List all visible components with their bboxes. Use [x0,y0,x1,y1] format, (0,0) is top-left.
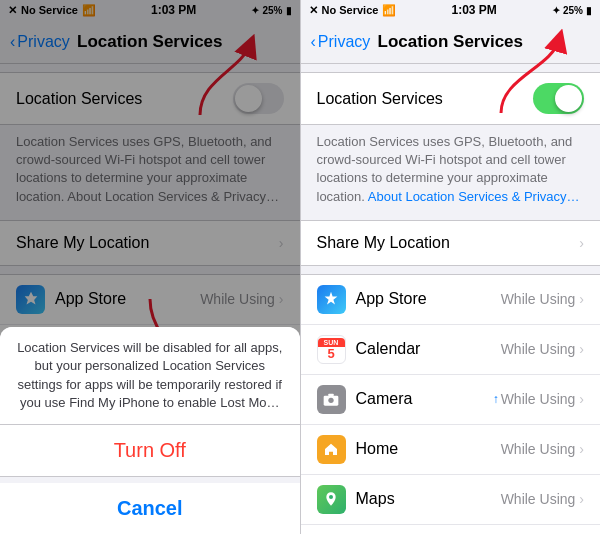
right-camera-icon [317,385,346,414]
right-nav-bar: ‹ Privacy Location Services [301,20,601,64]
svg-rect-2 [328,394,333,397]
right-page-title: Location Services [377,32,523,52]
right-wifi-icon: 📶 [382,4,396,17]
left-overlay: Location Services will be disabled for a… [0,0,300,534]
cancel-button[interactable]: Cancel [0,477,300,534]
right-calendar-label: Calendar [356,340,501,358]
right-camera-value: While Using [501,391,576,407]
right-messages-row[interactable]: Messages While Using › [301,525,601,534]
right-spacer-3 [301,266,601,274]
right-home-label: Home [356,440,501,458]
right-share-location-card: Share My Location › [301,220,601,266]
right-status-right: ✦ 25% ▮ [552,5,592,16]
right-status-bar: ✕ No Service 📶 1:03 PM ✦ 25% ▮ [301,0,601,20]
right-calendar-chevron-icon: › [579,341,584,357]
right-spacer-top [301,64,601,72]
right-no-service-text: No Service [322,4,379,16]
right-appstore-value: While Using [501,291,576,307]
right-back-label: Privacy [318,33,370,51]
right-battery-text: 25% [563,5,583,16]
right-appstore-label: App Store [356,290,501,308]
right-description-link[interactable]: About Location Services & Privacy… [368,189,580,204]
right-home-chevron-icon: › [579,441,584,457]
right-calendar-row[interactable]: SUN 5 Calendar While Using › [301,325,601,375]
right-maps-value: While Using [501,491,576,507]
right-apps-card: App Store While Using › SUN 5 Calendar W… [301,274,601,534]
right-appstore-chevron-icon: › [579,291,584,307]
right-toggle-thumb [555,85,582,112]
svg-point-1 [328,398,333,403]
right-maps-chevron-icon: › [579,491,584,507]
right-share-location-label: Share My Location [317,234,580,252]
right-share-chevron-icon: › [579,235,584,251]
right-location-services-card: Location Services [301,72,601,125]
right-appstore-icon [317,285,346,314]
right-calendar-value: While Using [501,341,576,357]
right-share-location-row[interactable]: Share My Location › [301,221,601,265]
right-maps-icon [317,485,346,514]
left-panel: ✕ No Service 📶 1:03 PM ✦ 25% ▮ ‹ Privacy… [0,0,300,534]
action-sheet-message: Location Services will be disabled for a… [0,327,300,425]
right-status-time: 1:03 PM [452,3,497,17]
right-appstore-row[interactable]: App Store While Using › [301,275,601,325]
right-home-row[interactable]: Home While Using › [301,425,601,475]
right-signal-icon: ✕ [309,4,318,17]
right-status-left: ✕ No Service 📶 [309,4,397,17]
turn-off-button[interactable]: Turn Off [0,425,300,477]
right-location-toggle[interactable] [533,83,584,114]
right-back-chevron-icon: ‹ [311,33,316,51]
right-camera-row[interactable]: Camera ↑ While Using › [301,375,601,425]
right-camera-indicator: ↑ [493,392,499,406]
right-panel: ✕ No Service 📶 1:03 PM ✦ 25% ▮ ‹ Privacy… [301,0,601,534]
right-spacer-2 [301,212,601,220]
right-battery-icon: ▮ [586,5,592,16]
right-maps-label: Maps [356,490,501,508]
right-calendar-icon: SUN 5 [317,335,346,364]
right-home-icon [317,435,346,464]
right-back-button[interactable]: ‹ Privacy [311,33,371,51]
right-camera-chevron-icon: › [579,391,584,407]
right-scroll-area: Location Services Location Services uses… [301,64,601,534]
right-camera-label: Camera [356,390,493,408]
right-description: Location Services uses GPS, Bluetooth, a… [301,125,601,212]
right-home-value: While Using [501,441,576,457]
svg-point-3 [329,495,333,499]
right-location-services-label: Location Services [317,90,534,108]
right-maps-row[interactable]: Maps While Using › [301,475,601,525]
right-location-services-row: Location Services [301,73,601,124]
action-sheet: Location Services will be disabled for a… [0,327,300,534]
right-bluetooth-icon: ✦ [552,5,560,16]
